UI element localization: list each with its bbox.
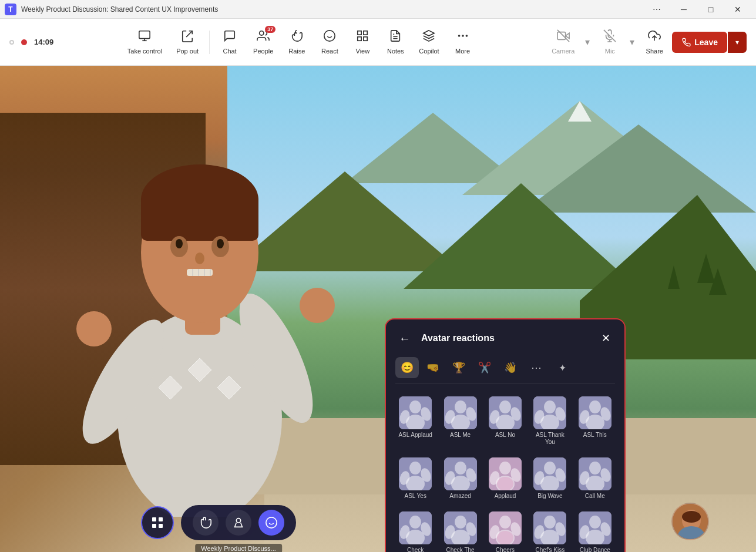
svg-point-67 <box>682 511 701 523</box>
svg-point-61 <box>236 519 240 523</box>
reaction-item-big-wave[interactable]: Big Wave <box>530 454 570 503</box>
reaction-label-applaud: Applaud <box>495 493 516 500</box>
chat-label: Chat <box>223 48 236 55</box>
pop-out-button[interactable]: Pop out <box>170 26 204 58</box>
reaction-item-check[interactable]: Check <box>395 508 435 552</box>
avatar-reactions-panel: ← Avatar reactions ✕ 😊 🤜 🏆 ✂️ 👋 <box>385 318 626 552</box>
mic-chevron-btn[interactable]: ▾ <box>627 34 637 50</box>
raise-button[interactable]: Raise <box>281 26 312 58</box>
svg-point-47 <box>217 239 224 248</box>
reaction-avatar-asl-this <box>579 396 611 429</box>
svg-rect-8 <box>364 31 367 35</box>
people-button[interactable]: 37 People <box>247 26 279 58</box>
session-label: Weekly Product Discuss... <box>195 544 282 552</box>
svg-point-105 <box>499 462 511 474</box>
svg-point-95 <box>409 462 421 474</box>
svg-point-126 <box>455 516 466 529</box>
wave-icon <box>199 516 212 529</box>
camera-button[interactable]: Camera <box>546 26 580 58</box>
copilot-button[interactable]: Copilot <box>413 26 445 58</box>
tab-hands[interactable]: 🤜 <box>421 357 445 378</box>
svg-point-111 <box>544 462 556 474</box>
svg-rect-49 <box>187 269 213 276</box>
reaction-item-chefs-kiss[interactable]: Chef's Kiss <box>530 508 570 552</box>
react-button[interactable]: React <box>314 26 345 58</box>
react-icon <box>323 29 336 45</box>
take-control-button[interactable]: Take control <box>122 26 168 58</box>
share-button[interactable]: Share <box>639 26 670 58</box>
reaction-avatar-big-wave <box>533 457 566 490</box>
reactions-close-btn[interactable]: ✕ <box>596 329 615 348</box>
reaction-label-check: Check <box>407 547 424 552</box>
wave-tab-icon: 👋 <box>504 361 517 374</box>
pop-out-label: Pop out <box>176 48 199 55</box>
tab-more-dots[interactable]: ⋯ <box>525 357 548 378</box>
reaction-item-asl-applaud[interactable]: ASL Applaud <box>395 393 435 449</box>
reaction-avatar-call-me <box>579 457 611 490</box>
avatar-selector-btn[interactable] <box>141 506 174 539</box>
reaction-avatar-asl-no <box>489 396 522 429</box>
reaction-label-club-dance: Club Dance <box>580 547 610 552</box>
camera-icon <box>557 29 570 45</box>
smile-tab-icon: 😊 <box>401 361 414 374</box>
trophy-tab-icon: 🏆 <box>452 361 465 374</box>
reaction-item-asl-no[interactable]: ASL No <box>485 393 525 449</box>
reaction-label-asl-this: ASL This <box>583 432 607 439</box>
svg-marker-16 <box>565 33 569 38</box>
mic-button[interactable]: Mic <box>594 26 625 58</box>
reaction-item-cheers-salute[interactable]: Cheers Salute <box>485 508 525 552</box>
reaction-avatar-asl-yes <box>399 457 432 490</box>
emoji-reaction-btn[interactable] <box>258 510 284 536</box>
avatar-reaction-btn[interactable] <box>226 510 251 536</box>
reaction-item-asl-this[interactable]: ASL This <box>575 393 615 449</box>
tab-wave[interactable]: 👋 <box>499 357 522 378</box>
reaction-item-asl-me[interactable]: ASL Me <box>440 393 480 449</box>
reaction-avatar-check-horizon <box>444 511 477 544</box>
svg-rect-58 <box>159 517 163 521</box>
reactions-back-btn[interactable]: ← <box>395 329 414 348</box>
reactions-title: Avatar reactions <box>421 333 589 344</box>
minimize-btn[interactable]: ─ <box>670 0 697 19</box>
svg-point-48 <box>195 253 204 264</box>
toolbar-right: Camera ▾ Mic ▾ <box>546 26 747 58</box>
pop-out-icon <box>181 29 194 45</box>
svg-rect-9 <box>364 37 367 41</box>
reactions-pill <box>181 505 296 540</box>
camera-chevron-btn[interactable]: ▾ <box>583 34 592 50</box>
more-options-btn[interactable]: ⋯ <box>643 0 670 19</box>
reaction-item-applaud[interactable]: Applaud <box>485 454 525 503</box>
svg-point-121 <box>409 516 421 529</box>
reaction-item-check-horizon[interactable]: Check The Horizon <box>440 508 480 552</box>
leave-button[interactable]: Leave <box>672 32 727 53</box>
reaction-item-call-me[interactable]: Call Me <box>575 454 615 503</box>
leave-dropdown-btn[interactable]: ▾ <box>728 32 747 53</box>
reaction-label-asl-no: ASL No <box>495 432 515 439</box>
wave-reaction-btn[interactable] <box>193 510 219 536</box>
maximize-btn[interactable]: □ <box>697 0 724 19</box>
mic-label: Mic <box>605 48 615 55</box>
tab-special[interactable]: ✦ <box>550 357 574 378</box>
more-button[interactable]: More <box>448 26 478 58</box>
svg-point-38 <box>76 311 112 346</box>
view-button[interactable]: View <box>347 26 378 58</box>
close-btn[interactable]: ✕ <box>724 0 751 19</box>
reaction-item-asl-thank-you[interactable]: ASL Thank You <box>530 393 570 449</box>
reaction-item-asl-yes[interactable]: ASL Yes <box>395 454 435 503</box>
avatar-svg <box>29 76 370 517</box>
svg-rect-59 <box>152 524 156 528</box>
tab-scissors[interactable]: ✂️ <box>473 357 496 378</box>
reaction-label-chefs-kiss: Chef's Kiss <box>536 547 565 552</box>
reaction-item-club-dance[interactable]: Club Dance <box>575 508 615 552</box>
leave-phone-icon <box>681 38 691 47</box>
svg-point-116 <box>589 462 601 474</box>
tab-smile[interactable]: 😊 <box>395 357 419 378</box>
chat-button[interactable]: Chat <box>214 26 245 58</box>
svg-point-135 <box>497 531 513 544</box>
reaction-item-amazed[interactable]: Amazed <box>440 454 480 503</box>
notes-label: Notes <box>387 48 404 55</box>
notes-button[interactable]: Notes <box>380 26 411 58</box>
tab-trophy[interactable]: 🏆 <box>447 357 471 378</box>
bottom-controls: Weekly Product Discuss... <box>141 505 296 540</box>
reaction-avatar-applaud <box>489 457 522 490</box>
chat-icon <box>223 29 236 45</box>
